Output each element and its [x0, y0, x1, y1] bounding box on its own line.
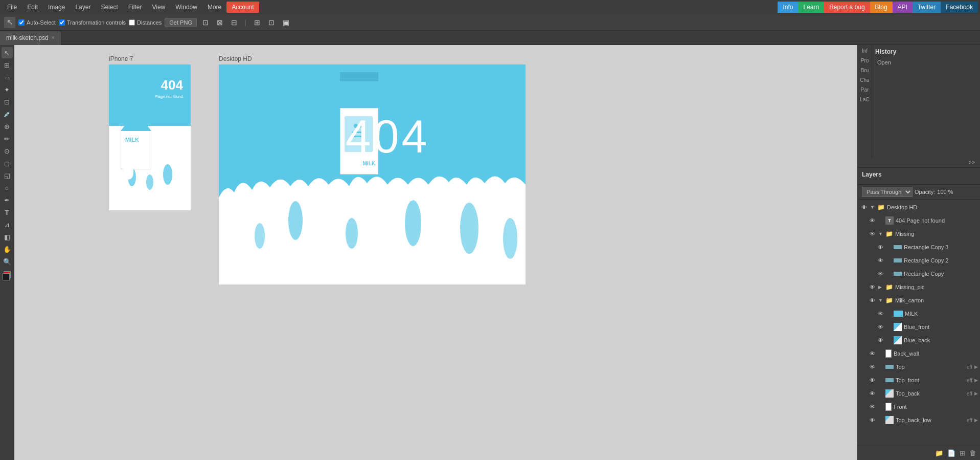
align-top-icon[interactable]: ⊞: [252, 17, 263, 28]
menu-view[interactable]: View: [147, 2, 170, 13]
artboard-desktop-frame[interactable]: MILK 404 Page not found: [219, 64, 526, 284]
tool-text[interactable]: T: [2, 207, 13, 218]
tool-wand[interactable]: ✦: [2, 84, 13, 95]
layer-arrow-topbacklow[interactable]: ▶: [974, 418, 978, 423]
layer-blue-front[interactable]: 👁 ▶ Blue_front: [858, 320, 980, 334]
menu-select[interactable]: Select: [96, 2, 123, 13]
tool-crop[interactable]: ⊡: [2, 96, 13, 107]
panel-tab-bru[interactable]: Bru: [861, 68, 869, 73]
layer-expand-missingpic[interactable]: ▶: [878, 284, 883, 290]
link-api[interactable]: API: [893, 2, 913, 13]
layer-top-back-low[interactable]: 👁 ▶ Top_back_low eff ▶: [858, 413, 980, 427]
tool-healing[interactable]: ⊕: [2, 121, 13, 132]
menu-layer[interactable]: Layer: [70, 2, 96, 13]
align-bottom-icon[interactable]: ▣: [280, 17, 291, 28]
tool-move[interactable]: ↖: [2, 47, 13, 58]
layer-eye-rect3[interactable]: 👁: [876, 243, 884, 251]
layer-expand-missing[interactable]: ▼: [878, 231, 883, 236]
distances-checkbox[interactable]: Distances: [129, 19, 162, 26]
layer-eye-desktop-hd[interactable]: 👁: [860, 203, 868, 211]
layer-desktop-hd[interactable]: 👁 ▼ 📁 Desktop HD: [858, 201, 980, 214]
layer-404-text[interactable]: 👁 ▶ T 404 Page not found: [858, 214, 980, 227]
tool-shape[interactable]: ◧: [2, 231, 13, 243]
panel-tab-par[interactable]: Par: [861, 87, 869, 93]
layer-eye-milk[interactable]: 👁: [876, 310, 884, 318]
tool-pointer[interactable]: ↖: [4, 17, 15, 28]
link-blog[interactable]: Blog: [870, 2, 893, 13]
layer-back-wall[interactable]: 👁 ▶ Back_wall: [858, 347, 980, 360]
menu-filter[interactable]: Filter: [123, 2, 147, 13]
layer-eye-missingpic[interactable]: 👁: [868, 283, 876, 291]
menu-file[interactable]: File: [2, 2, 22, 13]
layer-eye-missing[interactable]: 👁: [868, 230, 876, 238]
tool-lasso[interactable]: ⌓: [2, 72, 13, 83]
layer-arrow-topback[interactable]: ▶: [974, 391, 978, 396]
layer-eye-top[interactable]: 👁: [868, 363, 876, 371]
layer-rect-copy2[interactable]: 👁 ▶ Rectangle Copy 2: [858, 254, 980, 267]
layer-expand-desktop-hd[interactable]: ▼: [870, 205, 875, 210]
auto-select-checkbox[interactable]: Auto-Select: [18, 19, 56, 26]
opacity-value[interactable]: 100 %: [937, 189, 953, 195]
layer-eye-topfront[interactable]: 👁: [868, 376, 876, 384]
tool-eraser[interactable]: ◻: [2, 158, 13, 169]
layer-eye-404[interactable]: 👁: [868, 216, 876, 225]
transformation-controls-checkbox[interactable]: Transformation controls: [59, 19, 126, 26]
tool-hand[interactable]: ✋: [2, 244, 13, 255]
layer-eye-front[interactable]: 👁: [868, 403, 876, 411]
tool-clone[interactable]: ⊙: [2, 145, 13, 157]
layer-missing[interactable]: 👁 ▼ 📁 Missing: [858, 227, 980, 240]
layer-eye-blueback[interactable]: 👁: [876, 336, 884, 344]
panel-tab-cha[interactable]: Cha: [860, 77, 869, 83]
panel-collapse-button[interactable]: >>: [967, 159, 977, 166]
layer-rect-copy3[interactable]: 👁 ▶ Rectangle Copy 3: [858, 240, 980, 254]
layer-rect-copy[interactable]: 👁 ▶ Rectangle Copy: [858, 267, 980, 280]
link-learn[interactable]: Learn: [798, 2, 824, 13]
layer-eye-rect2[interactable]: 👁: [876, 256, 884, 265]
active-tab[interactable]: milk-sketch.psd ×: [0, 31, 61, 45]
tab-close-button[interactable]: ×: [52, 35, 55, 40]
tool-eyedropper[interactable]: 💉: [2, 108, 13, 120]
layer-top-front[interactable]: 👁 ▶ Top_front eff ▶: [858, 374, 980, 387]
align-middle-icon[interactable]: ⊡: [266, 17, 277, 28]
layer-front[interactable]: 👁 ▶ Front: [858, 400, 980, 413]
footer-delete-icon[interactable]: 🗑: [969, 449, 976, 457]
menu-window[interactable]: Window: [170, 2, 202, 13]
layer-expand-milkcarton[interactable]: ▼: [878, 298, 883, 303]
tool-dodge[interactable]: ○: [2, 182, 13, 193]
tool-zoom[interactable]: 🔍: [2, 256, 13, 267]
layer-arrow-topfront[interactable]: ▶: [974, 378, 978, 383]
layer-arrow-top[interactable]: ▶: [974, 364, 978, 369]
tool-gradient[interactable]: ◱: [2, 170, 13, 181]
tool-pen[interactable]: ✒: [2, 194, 13, 206]
history-item-open[interactable]: Open: [875, 58, 977, 67]
tool-brush[interactable]: ✏: [2, 133, 13, 144]
layer-eye-rect[interactable]: 👁: [876, 270, 884, 278]
align-left-icon[interactable]: ⊡: [200, 17, 211, 28]
layer-milk[interactable]: 👁 ▶ MILK: [858, 307, 980, 320]
canvas-area[interactable]: iPhone 7: [14, 45, 857, 460]
tool-marquee[interactable]: ⊞: [2, 59, 13, 71]
menu-more[interactable]: More: [202, 2, 226, 13]
link-facebook[interactable]: Facebook: [941, 2, 978, 13]
link-twitter[interactable]: Twitter: [913, 2, 941, 13]
align-right-icon[interactable]: ⊟: [229, 17, 240, 28]
layer-eye-topbacklow[interactable]: 👁: [868, 416, 876, 424]
panel-tab-lac[interactable]: LaC: [860, 97, 869, 102]
footer-folder-icon[interactable]: 📁: [935, 449, 943, 457]
layer-eye-bluefront[interactable]: 👁: [876, 323, 884, 331]
blend-mode-select[interactable]: Pass Through: [862, 187, 913, 197]
panel-tab-inf[interactable]: Inf: [862, 48, 868, 54]
layer-eye-milkcarton[interactable]: 👁: [868, 296, 876, 304]
link-bug[interactable]: Report a bug: [824, 2, 870, 13]
menu-edit[interactable]: Edit: [22, 2, 43, 13]
link-info[interactable]: Info: [778, 2, 798, 13]
menu-account[interactable]: Account: [226, 2, 259, 13]
menu-image[interactable]: Image: [43, 2, 70, 13]
footer-group-icon[interactable]: ⊞: [960, 449, 965, 457]
artboard-iphone7-frame[interactable]: MILK 404 Page not found: [109, 64, 191, 210]
layer-milk-carton-folder[interactable]: 👁 ▼ 📁 Milk_carton: [858, 294, 980, 307]
layer-missing-pic[interactable]: 👁 ▶ 📁 Missing_pic: [858, 280, 980, 294]
layer-top[interactable]: 👁 ▶ Top eff ▶: [858, 360, 980, 374]
align-center-h-icon[interactable]: ⊠: [214, 17, 225, 28]
layer-top-back[interactable]: 👁 ▶ Top_back eff ▶: [858, 387, 980, 400]
